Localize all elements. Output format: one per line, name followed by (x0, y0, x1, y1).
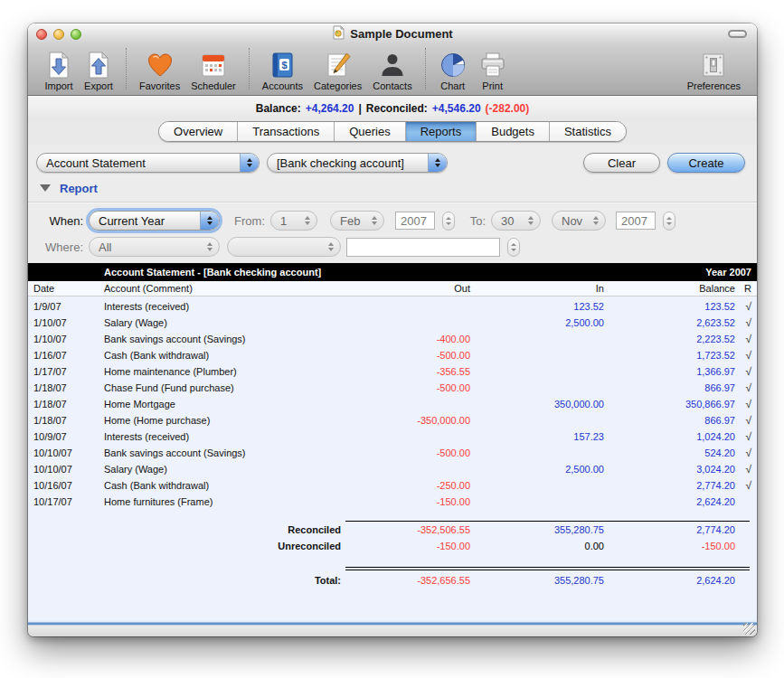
toolbar-favorites-button[interactable]: Favorites (134, 51, 185, 91)
column-reconciled[interactable]: R (735, 283, 751, 294)
cell-balance: 866.97 (604, 382, 735, 393)
tab-transactions[interactable]: Transactions (237, 122, 334, 141)
toolbar-contacts-button[interactable]: Contacts (367, 51, 417, 91)
unreconciled-out: -150.00 (341, 541, 470, 551)
toolbar-accounts-button[interactable]: $Accounts (257, 51, 308, 91)
to-year-stepper[interactable] (663, 212, 675, 231)
from-year-field[interactable]: 2007 (395, 212, 435, 230)
to-day-popup[interactable]: 30 (491, 211, 541, 231)
balance-divider: | (358, 102, 361, 115)
tab-reports[interactable]: Reports (405, 122, 477, 141)
toolbar-categories-button[interactable]: Categories (308, 51, 367, 91)
table-row[interactable]: 1/16/07Cash (Bank withdrawal)-500.001,72… (33, 347, 751, 363)
when-popup[interactable]: Current Year (89, 211, 220, 231)
from-day-popup[interactable]: 1 (270, 211, 317, 231)
cell-date: 10/9/07 (33, 431, 104, 442)
from-year-stepper[interactable] (442, 212, 455, 231)
popup-arrows-icon (586, 212, 605, 230)
table-row[interactable]: 1/10/07Bank savings account (Savings)-40… (33, 331, 751, 347)
calendar-icon (199, 51, 228, 80)
cell-reconciled-check: √ (735, 398, 751, 410)
cell-account: Interests (received) (104, 301, 327, 312)
toolbar-chart-button[interactable]: Chart (433, 51, 473, 91)
cell-date: 10/10/07 (33, 464, 104, 475)
title-bar[interactable]: Sample Document (28, 24, 757, 44)
cell-reconciled-check: √ (735, 316, 751, 329)
tab-budgets[interactable]: Budgets (476, 122, 549, 141)
table-row[interactable]: 1/18/07Home Mortgage350,000.00350,866.97… (33, 396, 751, 412)
table-row[interactable]: 1/18/07Chase Fund (Fund purchase)-500.00… (33, 380, 751, 396)
when-label: When: (36, 214, 83, 228)
table-row[interactable]: 1/17/07Home maintenance (Plumber)-356.55… (33, 363, 751, 380)
popup-arrows-icon (364, 212, 383, 230)
table-row[interactable]: 10/9/07Interests (received)157.231,024.2… (33, 428, 751, 445)
cell-date: 10/16/07 (33, 480, 104, 491)
column-date[interactable]: Date (33, 283, 104, 294)
table-row[interactable]: 10/16/07Cash (Bank withdrawal)-250.002,7… (33, 477, 751, 494)
where-stepper[interactable] (507, 238, 520, 257)
to-year-field[interactable]: 2007 (616, 212, 656, 230)
report-period: Year 2007 (705, 267, 751, 278)
unreconciled-balance: -150.00 (604, 541, 735, 551)
table-row[interactable]: 10/10/07Salary (Wage)2,500.003,024.20√ (33, 461, 751, 477)
table-row[interactable]: 10/10/07Bank savings account (Savings)-5… (33, 445, 751, 461)
resize-grip[interactable] (743, 623, 755, 635)
table-row[interactable]: 10/17/07Home furnitures (Frame)-150.002,… (33, 494, 751, 510)
window-controls (36, 29, 81, 40)
to-month-popup[interactable]: Nov (552, 211, 606, 231)
table-row[interactable]: 1/18/07Home (Home purchase)-350,000.0086… (33, 412, 751, 428)
toolbar-print-button[interactable]: Print (473, 51, 513, 91)
minimize-button[interactable] (53, 29, 64, 40)
column-balance[interactable]: Balance (604, 283, 735, 294)
total-label: Total: (33, 575, 341, 586)
where-text-input[interactable] (346, 238, 500, 257)
close-button[interactable] (36, 29, 47, 40)
table-row[interactable]: 1/9/07Interests (received)123.52123.52√ (33, 298, 751, 315)
where-popup[interactable]: All (89, 237, 220, 257)
cell-date: 10/10/07 (33, 447, 104, 458)
toolbar-scheduler-button[interactable]: Scheduler (185, 51, 241, 91)
column-in[interactable]: In (470, 283, 604, 294)
where-criteria-popup[interactable] (227, 237, 341, 257)
tab-statistics[interactable]: Statistics (549, 122, 626, 141)
disclosure-triangle-icon[interactable] (40, 184, 51, 192)
column-out[interactable]: Out (327, 283, 470, 294)
tab-queries[interactable]: Queries (334, 122, 405, 141)
cell-account: Salary (Wage) (104, 317, 327, 328)
account-popup-value: [Bank checking account] (277, 156, 404, 170)
clear-button[interactable]: Clear (583, 153, 660, 173)
cell-balance: 123.52 (604, 301, 735, 312)
cell-reconciled-check: √ (735, 414, 751, 427)
report-title-band: Account Statement - [Bank checking accou… (28, 263, 757, 281)
printer-icon (478, 51, 507, 80)
total-out: -352,656.55 (341, 575, 470, 586)
column-account[interactable]: Account (Comment) (104, 283, 327, 294)
from-month-popup[interactable]: Feb (330, 211, 384, 231)
toolbar-categories-label: Categories (314, 80, 362, 91)
cell-date: 1/10/07 (33, 317, 104, 328)
export-icon (84, 51, 113, 80)
cell-in: 350,000.00 (470, 399, 604, 410)
tab-overview[interactable]: Overview (159, 122, 237, 141)
pie-chart-icon (439, 51, 468, 80)
total-in: 355,280.75 (470, 575, 604, 586)
report-type-popup[interactable]: Account Statement (36, 153, 260, 173)
unreconciled-summary-row: Unreconciled -150.00 0.00 -150.00 (33, 538, 751, 554)
from-month-value: Feb (340, 214, 360, 228)
toolbar-export-button[interactable]: Export (79, 51, 118, 91)
filter-panel: Account Statement [Bank checking account… (28, 145, 757, 263)
cell-account: Home (Home purchase) (104, 415, 327, 426)
zoom-button[interactable] (71, 29, 81, 40)
account-popup[interactable]: [Bank checking account] (267, 153, 448, 173)
cell-out: -500.00 (327, 447, 470, 458)
toolbar-import-button[interactable]: Import (39, 51, 79, 91)
cell-account: Interests (received) (104, 431, 327, 442)
report-title: Account Statement - [Bank checking accou… (104, 267, 705, 278)
toolbar-preferences-button[interactable]: Preferences (682, 51, 746, 91)
table-column-headers: Date Account (Comment) Out In Balance R (28, 281, 757, 297)
toolbar-toggle-button[interactable] (728, 30, 747, 38)
table-row[interactable]: 1/10/07Salary (Wage)2,500.002,623.52√ (33, 315, 751, 331)
create-button[interactable]: Create (667, 153, 745, 173)
cell-balance: 2,623.52 (604, 317, 735, 328)
popup-arrows-icon (200, 212, 219, 230)
